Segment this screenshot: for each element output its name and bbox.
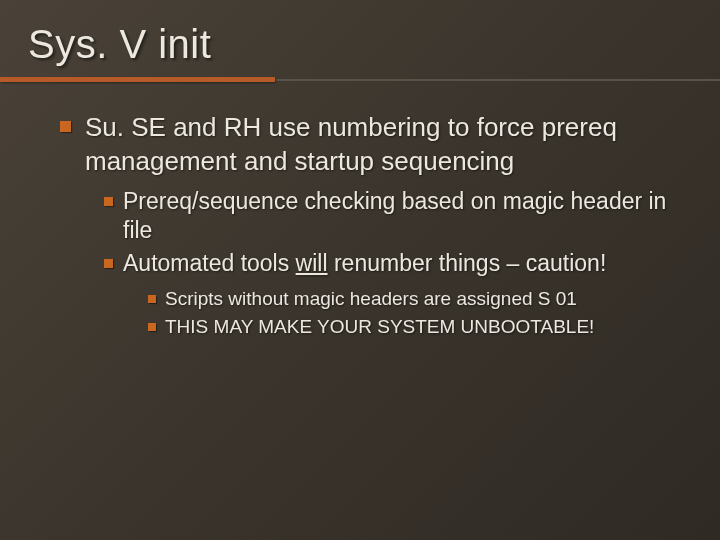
bullet-lvl2: Prereq/sequence checking based on magic … — [104, 187, 680, 246]
bullet-lvl2-group: Prereq/sequence checking based on magic … — [104, 187, 680, 340]
square-bullet-icon — [60, 121, 71, 132]
bullet-lvl3-group: Scripts without magic headers are assign… — [148, 287, 680, 339]
square-bullet-icon — [148, 323, 156, 331]
bullet-text: Prereq/sequence checking based on magic … — [123, 187, 680, 246]
bullet-lvl2: Automated tools will renumber things – c… — [104, 249, 680, 278]
bullet-text: Su. SE and RH use numbering to force pre… — [85, 111, 680, 179]
slide-content: Su. SE and RH use numbering to force pre… — [0, 83, 720, 339]
title-region: Sys. V init — [0, 0, 720, 67]
bullet-lvl3: Scripts without magic headers are assign… — [148, 287, 680, 312]
square-bullet-icon — [148, 295, 156, 303]
title-rule — [0, 77, 720, 83]
text-underlined: will — [296, 250, 328, 276]
bullet-text: THIS MAY MAKE YOUR SYSTEM UNBOOTABLE! — [165, 315, 594, 340]
slide-title: Sys. V init — [28, 22, 720, 67]
square-bullet-icon — [104, 259, 113, 268]
text-post: renumber things – caution! — [328, 250, 607, 276]
bullet-lvl3: THIS MAY MAKE YOUR SYSTEM UNBOOTABLE! — [148, 315, 680, 340]
text-pre: Automated tools — [123, 250, 296, 276]
rule-accent — [0, 77, 275, 82]
bullet-text: Scripts without magic headers are assign… — [165, 287, 577, 312]
bullet-lvl1: Su. SE and RH use numbering to force pre… — [60, 111, 680, 179]
square-bullet-icon — [104, 197, 113, 206]
bullet-text: Automated tools will renumber things – c… — [123, 249, 606, 278]
